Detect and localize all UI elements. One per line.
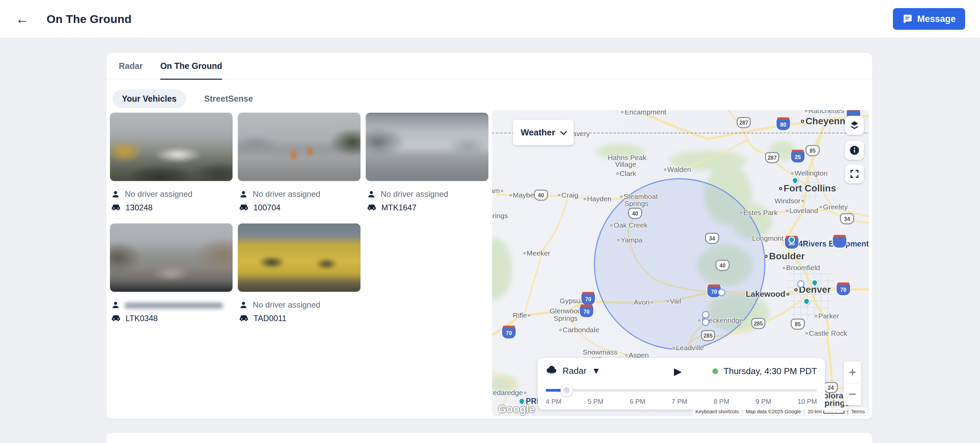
map-label: ∘Vail xyxy=(665,297,681,305)
highway-shield: 287 xyxy=(765,152,779,163)
radar-slider-track[interactable] xyxy=(546,389,817,392)
highway-shield: 70 xyxy=(581,294,595,305)
vehicle-card: No driver assigned MTK1647 xyxy=(366,112,488,213)
message-button[interactable]: Message xyxy=(893,8,965,30)
map-data-text: Map data ©2025 Google xyxy=(743,408,804,415)
map-marker[interactable] xyxy=(702,319,710,326)
vehicle-camera-snapshot[interactable] xyxy=(366,112,488,181)
map-label: ∘Fort Collins xyxy=(778,183,836,194)
map-label: prings xyxy=(492,212,508,220)
time-tick: 10 PM xyxy=(797,398,817,406)
zoom-in-button[interactable]: + xyxy=(844,361,861,383)
map-label: ∘Cheyenne xyxy=(799,115,850,127)
map[interactable]: ∘Encampment ∘Ranchettes ∘Cheyenne Savery… xyxy=(492,110,869,416)
driver-icon xyxy=(239,190,248,199)
map-label: ∘Encampment xyxy=(620,110,667,116)
highway-shield: 24 xyxy=(824,382,838,394)
map-label: Springs xyxy=(624,199,648,208)
message-icon xyxy=(902,14,913,24)
tab[interactable]: On The Ground xyxy=(160,53,222,79)
time-tick: 6 PM xyxy=(630,398,646,406)
map-label: ∘Estes Park xyxy=(739,209,778,217)
map-label: Lakewood∘ xyxy=(746,289,790,299)
terms-link[interactable]: Terms xyxy=(848,408,868,415)
highway-shield: 40 xyxy=(716,260,730,271)
vehicle-icon xyxy=(111,203,121,213)
map-label: Windsor∘ xyxy=(775,197,805,205)
on-the-ground-panel: Radar On The Ground Your Vehicles Street… xyxy=(106,53,872,419)
map-label: ∘Clark xyxy=(615,169,636,178)
info-button[interactable] xyxy=(845,141,864,160)
info-icon xyxy=(849,145,860,156)
vehicle-icon xyxy=(111,314,121,323)
map-marker[interactable] xyxy=(702,311,710,319)
time-tick: 9 PM xyxy=(756,398,772,406)
vehicle-card: No driver assigned TAD0011 xyxy=(237,223,361,324)
tab[interactable]: Radar xyxy=(119,53,143,79)
map-zoom-control: + − xyxy=(844,361,861,405)
map-marker[interactable] xyxy=(797,280,805,288)
vehicle-camera-snapshot[interactable] xyxy=(110,223,233,292)
vehicle-camera-snapshot[interactable] xyxy=(110,112,233,181)
vehicle-card: No driver assigned 100704 xyxy=(237,112,361,213)
layers-button[interactable] xyxy=(845,116,864,135)
vehicle-camera-snapshot[interactable] xyxy=(237,112,361,181)
vehicle-id: 130248 xyxy=(126,203,153,212)
top-bar: ← On The Ground Message xyxy=(0,0,980,38)
highway-shield: 70 xyxy=(837,284,850,295)
subtab-chip[interactable]: Your Vehicles xyxy=(112,89,186,108)
time-tick: 8 PM xyxy=(713,398,729,406)
map-label: ∘Craig xyxy=(557,191,578,199)
scale-bar xyxy=(823,411,844,414)
highway-shield xyxy=(833,237,846,248)
subtab-chip[interactable]: StreetSense xyxy=(195,89,262,108)
radar-slider-thumb[interactable] xyxy=(560,384,573,397)
map-scale: 20 km xyxy=(805,408,847,415)
subtabs: Your Vehicles StreetSense xyxy=(112,89,262,108)
chevron-down-icon xyxy=(560,128,567,135)
back-arrow-icon[interactable]: ← xyxy=(16,12,29,25)
highway-shield: 34 xyxy=(705,233,719,244)
highway-shield: 40 xyxy=(628,208,642,219)
driver-icon xyxy=(111,190,120,199)
map-label: Snowmass xyxy=(583,348,617,356)
play-button[interactable]: ▶ xyxy=(674,365,682,377)
radar-timeline-panel: Radar ▼ ▶ Thursday, 4:30 PM PDT 4 PM5 PM… xyxy=(538,358,825,410)
vehicle-icon xyxy=(239,314,249,323)
vehicle-id: LTK0348 xyxy=(126,314,158,323)
map-label: ∘Leadville xyxy=(671,344,704,352)
vehicle-camera-snapshot[interactable] xyxy=(237,223,361,292)
map-label: ∘Oak Creek xyxy=(609,221,648,229)
map-label: ∘Parker xyxy=(814,312,839,320)
map-label: Cedaredge∘ xyxy=(492,389,527,397)
highway-shield: 34 xyxy=(840,214,854,225)
map-marker[interactable] xyxy=(718,289,725,296)
fullscreen-icon xyxy=(850,169,859,179)
map-label: Springs xyxy=(554,314,578,322)
driver-icon xyxy=(239,301,248,310)
vehicle-id: MTK1647 xyxy=(381,203,417,212)
map-label: ∘Castle Rock xyxy=(805,329,847,337)
map-label: am∘ xyxy=(492,187,504,195)
vehicle-grid: No driver assigned 130248 xyxy=(110,112,489,324)
map-label: Glenwood xyxy=(550,307,582,315)
map-label: ∘Hayden xyxy=(582,195,611,203)
map-label: ∘Walden xyxy=(663,166,691,174)
storm-cloud-icon xyxy=(546,365,558,377)
driver-name xyxy=(125,300,223,310)
google-logo: Google xyxy=(498,403,535,415)
driver-name: No driver assigned xyxy=(253,300,320,310)
weather-layer-dropdown[interactable]: Weather xyxy=(513,120,574,145)
map-label: ∘Ranchettes xyxy=(804,110,844,115)
radar-time-ticks: 4 PM5 PM6 PM7 PM8 PM9 PM10 PM xyxy=(546,398,817,406)
keyboard-shortcuts-link[interactable]: Keyboard shortcuts xyxy=(692,408,741,415)
map-label: Village xyxy=(615,160,636,169)
zoom-out-button[interactable]: − xyxy=(844,384,861,406)
fullscreen-button[interactable] xyxy=(845,164,864,183)
vehicle-id: 100704 xyxy=(253,203,280,212)
time-tick: 5 PM xyxy=(587,398,603,406)
radar-layer-dropdown[interactable]: Radar ▼ xyxy=(546,365,601,377)
map-label: Longmont∘ xyxy=(752,234,788,242)
map-label: ∘Boulder xyxy=(763,250,805,262)
radar-timestamp: Thursday, 4:30 PM PDT xyxy=(724,366,817,376)
